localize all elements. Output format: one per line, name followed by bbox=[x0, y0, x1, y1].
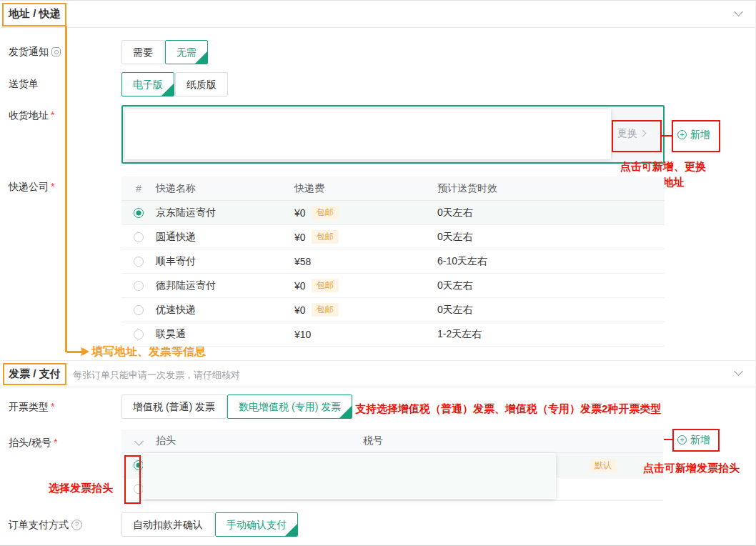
invoice-type-option-general[interactable]: 增值税 (普通) 发票 bbox=[121, 394, 227, 419]
address-section-title: 地址 / 快递 bbox=[9, 7, 61, 21]
radio-selected[interactable] bbox=[134, 460, 144, 470]
address-label: 收货地址* bbox=[9, 109, 54, 122]
express-row-lht[interactable]: 联昊通 ¥10 1-2天左右 bbox=[121, 322, 665, 347]
chevron-right-icon bbox=[640, 130, 647, 137]
notify-option-need[interactable]: 需要 bbox=[121, 40, 164, 64]
radio-unselected[interactable] bbox=[134, 281, 144, 291]
default-badge: 默认 bbox=[590, 459, 617, 472]
required-asterisk: * bbox=[51, 181, 54, 192]
express-label: 快递公司* bbox=[9, 181, 54, 194]
payment-method-label: 订单支付方式 bbox=[9, 519, 82, 532]
chevron-down-icon[interactable] bbox=[134, 437, 144, 446]
invoice-section-subtitle: 每张订单只能申请一次发票，请仔细核对 bbox=[73, 369, 240, 382]
delivery-note-label: 送货单 bbox=[9, 78, 39, 91]
required-asterisk: * bbox=[51, 109, 54, 121]
annotation-flow-text: 填写地址、发票等信息 bbox=[91, 344, 206, 359]
change-address-button[interactable]: 更换 bbox=[617, 127, 645, 140]
radio-unselected[interactable] bbox=[134, 232, 144, 242]
payment-option-auto[interactable]: 自动扣款并确认 bbox=[121, 512, 214, 537]
annotation-select-title-note: 选择发票抬头 bbox=[49, 480, 113, 496]
free-shipping-badge: 包邮 bbox=[312, 303, 339, 317]
free-shipping-badge: 包邮 bbox=[312, 279, 339, 292]
address-content-redacted bbox=[125, 109, 611, 159]
notify-option-none[interactable]: 无需 bbox=[165, 40, 208, 64]
express-row-uc[interactable]: 优速快递 ¥0包邮 0天左右 bbox=[121, 298, 665, 322]
annotation-red-connector-2 bbox=[664, 439, 672, 440]
order-form-page: 地址 / 快递 填写地址、发票等信息 发货通知 需要 无需 送货单 电子版 纸质… bbox=[0, 0, 756, 546]
plus-circle-icon bbox=[677, 130, 687, 139]
annotation-orange-vline bbox=[65, 26, 67, 352]
free-shipping-badge: 包邮 bbox=[312, 230, 339, 244]
payment-option-group: 自动扣款并确认 手动确认支付 bbox=[121, 512, 298, 537]
help-icon bbox=[71, 520, 82, 530]
express-row-jd[interactable]: 京东陆运寄付 ¥0包邮 0天左右 bbox=[121, 201, 665, 225]
add-invoice-title-button[interactable]: 新增 bbox=[677, 434, 710, 447]
address-section-header bbox=[0, 1, 755, 28]
radio-unselected[interactable] bbox=[134, 305, 144, 315]
express-row-deppon[interactable]: 德邦陆运寄付 ¥0包邮 0天左右 bbox=[121, 274, 665, 298]
check-icon bbox=[339, 406, 352, 418]
title-tax-label: 抬头/税号* bbox=[9, 437, 57, 450]
radio-unselected[interactable] bbox=[134, 257, 144, 267]
annotation-orange-arrow-icon bbox=[81, 347, 89, 356]
check-icon bbox=[195, 51, 207, 64]
notify-settings-icon bbox=[51, 47, 61, 56]
invoice-type-label: 开票类型* bbox=[9, 401, 54, 414]
invoice-type-option-group: 增值税 (普通) 发票 数电增值税 (专用) 发票 bbox=[121, 394, 352, 419]
payment-option-manual[interactable]: 手动确认支付 bbox=[215, 512, 298, 537]
invoice-title-content-redacted bbox=[143, 453, 556, 499]
annotation-add-title-note: 点击可新增发票抬头 bbox=[643, 460, 740, 476]
radio-unselected[interactable] bbox=[134, 329, 144, 339]
plus-circle-icon bbox=[677, 435, 687, 445]
add-address-button[interactable]: 新增 bbox=[677, 129, 710, 142]
invoice-title-table-header: 抬头 税号 bbox=[121, 430, 663, 453]
delivery-note-option-electronic[interactable]: 电子版 bbox=[121, 72, 174, 96]
delivery-note-option-group: 电子版 纸质版 bbox=[121, 72, 228, 96]
invoice-type-option-special[interactable]: 数电增值税 (专用) 发票 bbox=[227, 394, 352, 419]
free-shipping-badge: 包邮 bbox=[312, 206, 339, 219]
notify-label: 发货通知 bbox=[9, 46, 61, 59]
delivery-note-option-paper[interactable]: 纸质版 bbox=[175, 72, 228, 96]
check-icon bbox=[285, 524, 297, 536]
notify-option-group: 需要 无需 bbox=[121, 40, 208, 64]
annotation-orange-hline bbox=[67, 351, 81, 353]
check-icon bbox=[161, 84, 174, 96]
required-asterisk: * bbox=[54, 437, 57, 448]
express-row-sf[interactable]: 顺丰寄付 ¥58 6-10天左右 bbox=[121, 249, 665, 274]
express-table: # 快递名称 快递费 预计送货时效 京东陆运寄付 ¥0包邮 0天左右 圆通快递 … bbox=[121, 177, 665, 347]
radio-selected[interactable] bbox=[134, 208, 144, 218]
required-asterisk: * bbox=[51, 401, 54, 412]
invoice-section-title: 发票 / 支付 bbox=[9, 367, 61, 381]
express-table-header: # 快递名称 快递费 预计送货时效 bbox=[121, 177, 665, 201]
radio-unselected[interactable] bbox=[134, 484, 144, 494]
annotation-red-connector bbox=[662, 135, 672, 136]
express-row-yto[interactable]: 圆通快递 ¥0包邮 0天左右 bbox=[121, 225, 665, 249]
annotation-invoice-type-note: 支持选择增值税（普通）发票、增值税（专用）发票2种开票类型 bbox=[355, 401, 661, 417]
